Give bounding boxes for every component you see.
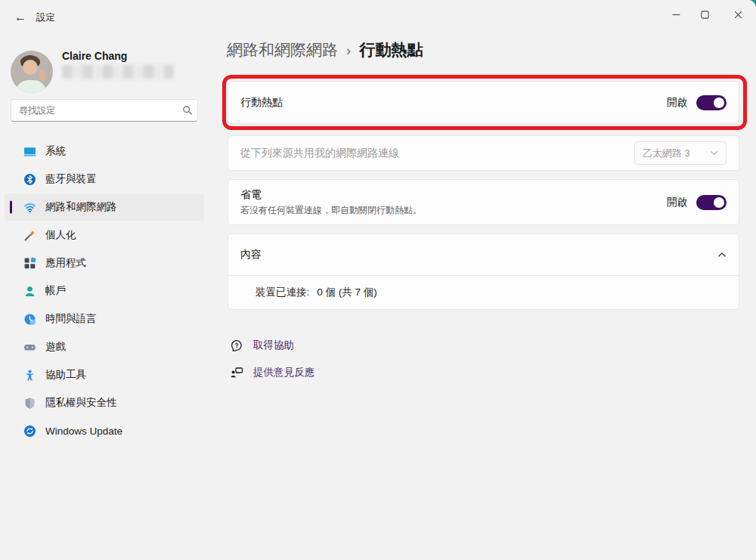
- sidebar-item-bluetooth[interactable]: 藍牙與裝置: [5, 166, 204, 193]
- hotspot-label: 行動熱點: [240, 96, 283, 110]
- personalization-brush-icon: [23, 228, 36, 242]
- apps-icon: [23, 256, 36, 270]
- titlebar: ← 設定: [0, 0, 756, 33]
- settings-window: ← 設定 Claire Chang: [0, 0, 756, 560]
- sidebar-item-label: 帳戶: [45, 284, 66, 298]
- sidebar-item-label: 藍牙與裝置: [45, 172, 97, 186]
- sidebar-item-label: 遊戲: [45, 340, 66, 354]
- sidebar-item-gaming[interactable]: 遊戲: [5, 333, 204, 360]
- minimize-icon: [672, 11, 680, 19]
- breadcrumb: 網路和網際網路 › 行動熱點: [227, 38, 423, 62]
- close-icon: [734, 11, 742, 19]
- system-icon: [23, 144, 36, 158]
- get-help-icon: ?: [229, 338, 244, 353]
- feedback-icon: [229, 365, 244, 380]
- svg-text:?: ?: [234, 342, 238, 349]
- clock-icon: [23, 312, 36, 326]
- close-button[interactable]: [725, 5, 751, 24]
- sidebar-item-accounts[interactable]: 帳戶: [5, 277, 204, 305]
- devices-connected-row: 裝置已連接: 0 個 (共 7 個): [228, 276, 739, 309]
- power-saving-description: 若沒有任何裝置連線，即自動關閉行動熱點。: [240, 204, 422, 217]
- sidebar-item-accessibility[interactable]: 協助工具: [5, 361, 204, 388]
- share-source-label: 從下列來源共用我的網際網路連線: [240, 147, 399, 160]
- back-arrow-icon: ←: [14, 11, 26, 24]
- share-source-card: 從下列來源共用我的網際網路連線 乙太網路 3: [228, 135, 739, 171]
- give-feedback-label: 提供意見反應: [253, 366, 314, 379]
- shield-icon: [23, 396, 36, 410]
- maximize-icon: [701, 11, 709, 19]
- back-button[interactable]: ←: [11, 8, 30, 27]
- devices-connected-label: 裝置已連接:: [256, 286, 309, 299]
- chevron-up-icon: [717, 250, 727, 259]
- sidebar-item-windows-update[interactable]: Windows Update: [5, 417, 204, 444]
- hotspot-toggle[interactable]: [696, 95, 727, 110]
- account-person-icon: [23, 284, 36, 298]
- sidebar-item-personalization[interactable]: 個人化: [5, 221, 204, 249]
- sidebar-item-label: 時間與語言: [45, 312, 97, 326]
- sidebar-item-time-language[interactable]: 時間與語言: [5, 305, 204, 333]
- sidebar-item-label: 網路和網際網路: [45, 200, 117, 214]
- profile-email-blurred: [62, 65, 174, 79]
- page-title: 行動熱點: [359, 39, 423, 60]
- accessibility-icon: [23, 368, 36, 382]
- search-icon: [178, 105, 197, 116]
- sidebar-item-label: 隱私權與安全性: [45, 396, 117, 410]
- share-source-dropdown[interactable]: 乙太網路 3: [634, 141, 727, 165]
- sidebar-item-label: 個人化: [45, 228, 76, 242]
- wifi-icon: [23, 200, 36, 214]
- hotspot-toggle-state: 開啟: [667, 96, 687, 110]
- sidebar-item-privacy[interactable]: 隱私權與安全性: [5, 389, 204, 416]
- profile-name: Claire Chang: [62, 50, 127, 62]
- dropdown-value: 乙太網路 3: [643, 147, 690, 160]
- sidebar-item-label: 應用程式: [45, 256, 86, 270]
- power-saving-toggle-state: 開啟: [667, 196, 687, 209]
- give-feedback-link[interactable]: 提供意見反應: [229, 365, 314, 380]
- search-input[interactable]: [11, 105, 178, 116]
- get-help-link[interactable]: ? 取得協助: [229, 338, 294, 353]
- sidebar-item-network[interactable]: 網路和網際網路: [5, 193, 204, 221]
- search-box: [11, 99, 198, 122]
- properties-label: 內容: [240, 248, 262, 261]
- hotspot-card: 行動熱點 開啟: [228, 81, 739, 124]
- avatar: [11, 51, 53, 93]
- app-title: 設定: [36, 11, 55, 24]
- sidebar: 系統 藍牙與裝置 網路和網際網路 個人化 應用程式: [5, 138, 204, 445]
- update-sync-icon: [23, 424, 36, 438]
- properties-card: 內容 裝置已連接: 0 個 (共 7 個): [228, 234, 739, 310]
- properties-header[interactable]: 內容: [228, 234, 739, 275]
- power-saving-label: 省電: [240, 188, 422, 202]
- breadcrumb-separator-icon: ›: [346, 42, 351, 59]
- devices-connected-value: 0 個 (共 7 個): [317, 286, 377, 299]
- get-help-label: 取得協助: [253, 339, 294, 352]
- minimize-button[interactable]: [663, 5, 689, 24]
- bluetooth-icon: [23, 172, 36, 186]
- power-saving-toggle[interactable]: [696, 195, 727, 210]
- sidebar-item-label: 系統: [45, 144, 66, 158]
- sidebar-item-label: Windows Update: [45, 425, 122, 437]
- sidebar-item-system[interactable]: 系統: [5, 138, 204, 165]
- breadcrumb-parent[interactable]: 網路和網際網路: [227, 39, 338, 60]
- sidebar-item-apps[interactable]: 應用程式: [5, 249, 204, 277]
- gamepad-icon: [23, 340, 36, 354]
- power-saving-card: 省電 若沒有任何裝置連線，即自動關閉行動熱點。 開啟: [228, 179, 739, 225]
- maximize-button[interactable]: [692, 5, 717, 24]
- sidebar-item-label: 協助工具: [45, 368, 86, 382]
- chevron-down-icon: [710, 149, 718, 157]
